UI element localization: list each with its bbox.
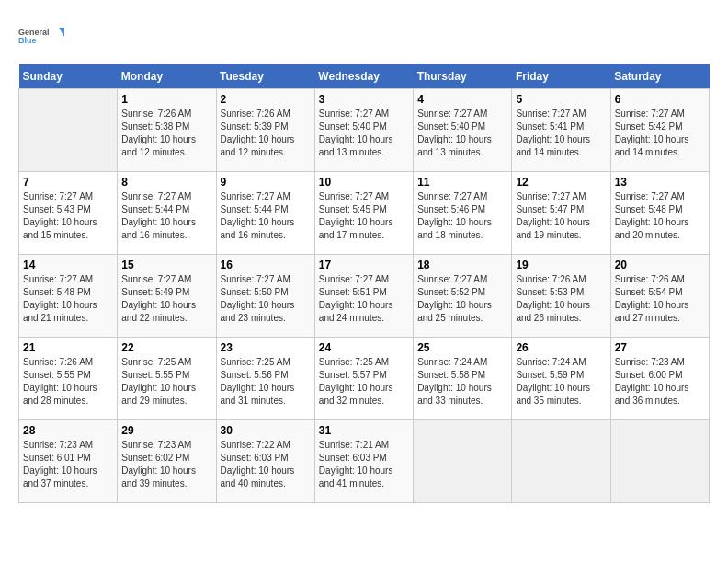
- day-number: 5: [516, 93, 606, 106]
- day-info: Sunrise: 7:27 AM Sunset: 5:50 PM Dayligh…: [221, 273, 311, 325]
- svg-marker-2: [59, 28, 64, 37]
- day-number: 12: [516, 176, 606, 189]
- day-info: Sunrise: 7:27 AM Sunset: 5:44 PM Dayligh…: [121, 190, 211, 242]
- day-number: 10: [319, 176, 409, 189]
- calendar-cell: 26Sunrise: 7:24 AM Sunset: 5:59 PM Dayli…: [512, 338, 610, 420]
- day-info: Sunrise: 7:27 AM Sunset: 5:46 PM Dayligh…: [417, 190, 507, 242]
- calendar-cell: 28Sunrise: 7:23 AM Sunset: 6:01 PM Dayli…: [19, 420, 118, 503]
- header-row: SundayMondayTuesdayWednesdayThursdayFrid…: [19, 64, 710, 89]
- day-number: 29: [121, 424, 211, 437]
- calendar-cell: 23Sunrise: 7:25 AM Sunset: 5:56 PM Dayli…: [216, 338, 314, 420]
- calendar-header: SundayMondayTuesdayWednesdayThursdayFrid…: [19, 64, 710, 89]
- calendar-cell: 11Sunrise: 7:27 AM Sunset: 5:46 PM Dayli…: [414, 172, 512, 255]
- calendar-cell: 6Sunrise: 7:27 AM Sunset: 5:42 PM Daylig…: [610, 89, 709, 172]
- day-info: Sunrise: 7:23 AM Sunset: 6:02 PM Dayligh…: [121, 439, 211, 490]
- calendar-cell: 4Sunrise: 7:27 AM Sunset: 5:40 PM Daylig…: [414, 89, 512, 172]
- day-number: 9: [221, 176, 311, 189]
- day-number: 27: [615, 341, 705, 354]
- header-cell-friday: Friday: [512, 64, 610, 89]
- calendar-cell: 9Sunrise: 7:27 AM Sunset: 5:44 PM Daylig…: [216, 172, 314, 255]
- day-number: 30: [221, 424, 311, 437]
- day-number: 13: [615, 176, 705, 189]
- day-number: 15: [121, 259, 211, 271]
- header-cell-wednesday: Wednesday: [314, 64, 413, 89]
- calendar-cell: 19Sunrise: 7:26 AM Sunset: 5:53 PM Dayli…: [512, 255, 610, 338]
- day-info: Sunrise: 7:23 AM Sunset: 6:01 PM Dayligh…: [23, 439, 113, 490]
- day-info: Sunrise: 7:27 AM Sunset: 5:52 PM Dayligh…: [417, 273, 507, 325]
- day-number: 16: [221, 259, 311, 271]
- calendar-cell: 24Sunrise: 7:25 AM Sunset: 5:57 PM Dayli…: [314, 338, 413, 420]
- day-number: 31: [319, 424, 409, 437]
- day-info: Sunrise: 7:27 AM Sunset: 5:40 PM Dayligh…: [319, 108, 409, 159]
- day-info: Sunrise: 7:26 AM Sunset: 5:39 PM Dayligh…: [221, 108, 311, 159]
- day-number: 3: [319, 93, 409, 106]
- day-info: Sunrise: 7:27 AM Sunset: 5:42 PM Dayligh…: [615, 108, 705, 159]
- page-header: General Blue: [18, 18, 710, 55]
- day-info: Sunrise: 7:27 AM Sunset: 5:41 PM Dayligh…: [516, 108, 606, 159]
- day-info: Sunrise: 7:26 AM Sunset: 5:38 PM Dayligh…: [121, 108, 211, 159]
- day-number: 25: [417, 341, 507, 354]
- day-number: 18: [417, 259, 507, 271]
- calendar-cell: 16Sunrise: 7:27 AM Sunset: 5:50 PM Dayli…: [216, 255, 314, 338]
- day-number: 2: [221, 93, 311, 106]
- day-info: Sunrise: 7:25 AM Sunset: 5:56 PM Dayligh…: [221, 356, 311, 408]
- day-info: Sunrise: 7:27 AM Sunset: 5:48 PM Dayligh…: [615, 190, 705, 242]
- day-info: Sunrise: 7:27 AM Sunset: 5:40 PM Dayligh…: [417, 108, 507, 159]
- calendar-cell: 15Sunrise: 7:27 AM Sunset: 5:49 PM Dayli…: [118, 255, 216, 338]
- calendar-table: SundayMondayTuesdayWednesdayThursdayFrid…: [18, 64, 710, 503]
- day-info: Sunrise: 7:24 AM Sunset: 5:59 PM Dayligh…: [516, 356, 606, 408]
- week-row-1: 1Sunrise: 7:26 AM Sunset: 5:38 PM Daylig…: [19, 89, 710, 172]
- calendar-cell: 7Sunrise: 7:27 AM Sunset: 5:43 PM Daylig…: [19, 172, 118, 255]
- calendar-cell: 10Sunrise: 7:27 AM Sunset: 5:45 PM Dayli…: [314, 172, 413, 255]
- day-number: 14: [23, 259, 113, 271]
- day-info: Sunrise: 7:26 AM Sunset: 5:54 PM Dayligh…: [615, 273, 705, 325]
- day-info: Sunrise: 7:26 AM Sunset: 5:55 PM Dayligh…: [23, 356, 113, 408]
- day-info: Sunrise: 7:27 AM Sunset: 5:43 PM Dayligh…: [23, 190, 113, 242]
- day-info: Sunrise: 7:25 AM Sunset: 5:55 PM Dayligh…: [121, 356, 211, 408]
- calendar-cell: 2Sunrise: 7:26 AM Sunset: 5:39 PM Daylig…: [216, 89, 314, 172]
- day-info: Sunrise: 7:27 AM Sunset: 5:48 PM Dayligh…: [23, 273, 113, 325]
- header-cell-monday: Monday: [118, 64, 216, 89]
- header-cell-sunday: Sunday: [19, 64, 118, 89]
- header-cell-saturday: Saturday: [610, 64, 709, 89]
- header-cell-tuesday: Tuesday: [216, 64, 314, 89]
- svg-text:General: General: [18, 28, 50, 37]
- day-number: 21: [23, 341, 113, 354]
- day-number: 1: [121, 93, 211, 106]
- calendar-cell: 22Sunrise: 7:25 AM Sunset: 5:55 PM Dayli…: [118, 338, 216, 420]
- calendar-cell: 31Sunrise: 7:21 AM Sunset: 6:03 PM Dayli…: [314, 420, 413, 503]
- calendar-cell: 30Sunrise: 7:22 AM Sunset: 6:03 PM Dayli…: [216, 420, 314, 503]
- calendar-cell: 12Sunrise: 7:27 AM Sunset: 5:47 PM Dayli…: [512, 172, 610, 255]
- day-info: Sunrise: 7:25 AM Sunset: 5:57 PM Dayligh…: [319, 356, 409, 408]
- calendar-cell: 25Sunrise: 7:24 AM Sunset: 5:58 PM Dayli…: [414, 338, 512, 420]
- calendar-cell: 5Sunrise: 7:27 AM Sunset: 5:41 PM Daylig…: [512, 89, 610, 172]
- calendar-cell: [414, 420, 512, 503]
- day-info: Sunrise: 7:27 AM Sunset: 5:51 PM Dayligh…: [319, 273, 409, 325]
- day-info: Sunrise: 7:27 AM Sunset: 5:47 PM Dayligh…: [516, 190, 606, 242]
- day-info: Sunrise: 7:27 AM Sunset: 5:45 PM Dayligh…: [319, 190, 409, 242]
- day-info: Sunrise: 7:27 AM Sunset: 5:44 PM Dayligh…: [221, 190, 311, 242]
- day-number: 11: [417, 176, 507, 189]
- calendar-cell: 27Sunrise: 7:23 AM Sunset: 6:00 PM Dayli…: [610, 338, 709, 420]
- day-number: 17: [319, 259, 409, 271]
- day-number: 26: [516, 341, 606, 354]
- calendar-cell: 1Sunrise: 7:26 AM Sunset: 5:38 PM Daylig…: [118, 89, 216, 172]
- day-number: 23: [221, 341, 311, 354]
- week-row-5: 28Sunrise: 7:23 AM Sunset: 6:01 PM Dayli…: [19, 420, 710, 503]
- calendar-cell: 13Sunrise: 7:27 AM Sunset: 5:48 PM Dayli…: [610, 172, 709, 255]
- day-number: 20: [615, 259, 705, 271]
- day-info: Sunrise: 7:23 AM Sunset: 6:00 PM Dayligh…: [615, 356, 705, 408]
- logo-svg: General Blue: [18, 18, 64, 55]
- day-number: 7: [23, 176, 113, 189]
- day-number: 24: [319, 341, 409, 354]
- calendar-cell: [512, 420, 610, 503]
- day-info: Sunrise: 7:22 AM Sunset: 6:03 PM Dayligh…: [221, 439, 311, 490]
- day-info: Sunrise: 7:24 AM Sunset: 5:58 PM Dayligh…: [417, 356, 507, 408]
- calendar-cell: 21Sunrise: 7:26 AM Sunset: 5:55 PM Dayli…: [19, 338, 118, 420]
- day-info: Sunrise: 7:21 AM Sunset: 6:03 PM Dayligh…: [319, 439, 409, 490]
- day-info: Sunrise: 7:26 AM Sunset: 5:53 PM Dayligh…: [516, 273, 606, 325]
- calendar-body: 1Sunrise: 7:26 AM Sunset: 5:38 PM Daylig…: [19, 89, 710, 503]
- week-row-3: 14Sunrise: 7:27 AM Sunset: 5:48 PM Dayli…: [19, 255, 710, 338]
- calendar-cell: 29Sunrise: 7:23 AM Sunset: 6:02 PM Dayli…: [118, 420, 216, 503]
- week-row-2: 7Sunrise: 7:27 AM Sunset: 5:43 PM Daylig…: [19, 172, 710, 255]
